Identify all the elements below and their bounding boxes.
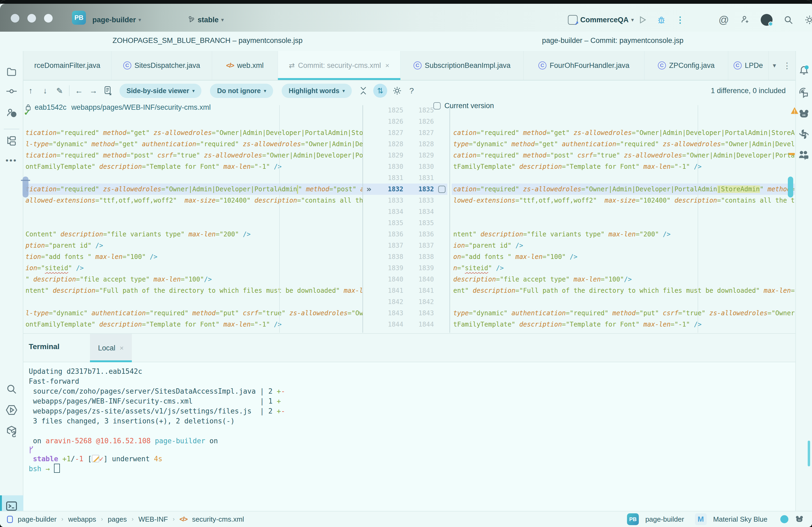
run-configuration-selector[interactable]: ↗ CommerceQA▾ [568,12,634,28]
rail-divider [4,129,19,129]
ai-assistant-icon[interactable]: @ [719,14,729,26]
status-dot[interactable] [780,515,788,523]
diff-gutter-line-1836: 18361836 [363,229,447,240]
pull-requests-icon[interactable]: ? [6,107,17,118]
diff-left-line-1825 [24,105,362,116]
branch-switcher[interactable]: stable▾ [188,12,224,28]
diff-gutter-line-1840: 18401840 [363,274,447,285]
code-review-people-icon[interactable] [798,149,810,161]
hidden-tabs-chevron-icon[interactable]: ▾ [773,62,776,69]
next-change-button[interactable]: ↓ [38,84,52,98]
diff-right-line-1835 [452,217,795,229]
tab-options-kebab-icon[interactable]: ⋮ [783,61,791,70]
search-tool-icon[interactable] [6,383,17,395]
close-window-button[interactable] [11,14,19,22]
terminal-line: Updating d2317b71..eab1542c [29,366,795,376]
tab-lpde[interactable]: CLPDe [728,51,768,80]
statusbar-theme[interactable]: Material Sky Blue [713,515,767,524]
terminal-line: webapps/pages/WEB-INF/security-cms.xml |… [29,396,795,406]
gorilla-plugin-icon[interactable] [798,108,810,120]
tab-subscriptionbeanimpl-java[interactable]: CSubscriptionBeanImpl.java [401,51,524,80]
breadcrumb-item-page-builder[interactable]: page-builder [18,515,57,524]
terminal-line: 3 files changed, 3 insertions(+), 2 dele… [29,416,795,426]
debug-button[interactable] [656,15,666,25]
terminal-scrollbar-thumb[interactable] [808,441,810,466]
gorilla-statusbar-icon[interactable] [795,515,804,524]
breadcrumb-separator: › [132,516,133,523]
python-packages-tool-icon[interactable] [5,425,18,437]
python-plugin-icon[interactable] [798,129,810,140]
highlight-policy-dropdown[interactable]: Highlight words▾ [282,84,352,98]
project-folder-icon[interactable] [6,66,17,77]
collapse-unchanged-icon[interactable] [356,84,371,98]
forward-button[interactable]: → [86,84,101,98]
zoom-window-button[interactable] [44,14,53,22]
more-tool-windows-icon[interactable]: ••• [6,156,17,165]
previous-change-button[interactable]: ↑ [23,84,38,98]
diff-left-line-1838: tion="add fonts " max-len="100" /> [24,251,362,262]
diff-right-line-1841: ent" description="Full path of the direc… [452,285,795,296]
services-tool-icon[interactable] [5,404,18,416]
help-button[interactable]: ? [404,84,419,98]
terminal-tab-local[interactable]: Local × [90,334,132,362]
tab-close-icon[interactable]: × [385,61,389,70]
diff-right-line-1827: cation="required" method="get" zs-allowe… [452,127,795,138]
diff-right-pane[interactable]: cation="required" method="get" zs-allowe… [452,105,795,330]
statusbar-project[interactable]: page-builder [645,515,684,524]
tab-zpconfig-java[interactable]: CZPConfig.java [644,51,728,80]
terminal-tool-icon[interactable] [5,500,18,512]
diff-settings-gear-icon[interactable] [390,84,404,98]
diff-gutter-line-1844: 18441844 [363,319,447,330]
live-share-chat-icon[interactable] [798,87,810,99]
viewer-mode-dropdown[interactable]: Side-by-side viewer▾ [119,84,201,98]
notifications-bell-icon[interactable] [798,64,810,76]
left-scroll-handle[interactable] [23,177,28,197]
window-controls[interactable] [11,14,53,22]
terminal-output[interactable]: Updating d2317b71..eab1542cFast-forward … [23,362,795,474]
tab-web-xml[interactable]: </>web.xml [212,51,278,80]
diff-left-line-1833: allowed-extensions="ttf,otf,woff,woff2" … [24,195,362,206]
jump-to-source-icon[interactable] [101,84,115,98]
edit-source-icon[interactable]: ✎ [52,84,67,98]
avatar[interactable] [761,14,772,26]
diff-right-line-1831 [452,172,795,183]
terminal-line: source/com/zoho/pages/server/SitesDataAc… [29,387,795,396]
include-change-checkbox[interactable] [438,186,446,193]
diff-gutter-line-1832: »18321832 [363,183,447,195]
run-button[interactable] [638,15,647,25]
ignore-policy-dropdown[interactable]: Do not ignore▾ [210,84,273,98]
tab-rcedomainfilter-java[interactable]: rceDomainFilter.java [23,51,112,80]
tab-sitesdispatcher-java[interactable]: CSitesDispatcher.java [112,51,212,80]
close-icon[interactable]: × [120,344,124,352]
breadcrumb-item-pages[interactable]: pages [108,515,127,524]
warning-stripe-icon[interactable] [791,107,799,114]
back-button[interactable]: ← [72,84,86,98]
diff-right-line-1833: lowed-extensions="ttf,otf,woff,woff2" ma… [452,195,795,206]
class-file-icon: C [538,61,547,70]
chevron-down-icon: ▾ [221,17,224,23]
change-stripe-mark[interactable] [789,153,795,155]
structure-tool-icon[interactable] [6,135,17,147]
diff-left-line-1827: tication="required" method="get" zs-allo… [24,127,362,138]
breadcrumb-item-webapps[interactable]: webapps [68,515,96,524]
terminal-title: Terminal [29,342,60,351]
search-everywhere-icon[interactable] [783,15,794,25]
commit-tool-icon[interactable] [6,86,17,97]
terminal-panel: Terminal Local × Updating d2317b71..eab1… [23,333,795,511]
more-actions-kebab-icon[interactable]: ⋮ [676,15,684,25]
code-with-me-icon[interactable] [740,15,750,25]
tab-fourohfourhandler-java[interactable]: CFourOhFourHandler.java [524,51,644,80]
tab-commit-security-cms-xml[interactable]: ⇄Commit: security-cms.xml× [278,51,401,80]
right-scroll-handle[interactable] [788,177,793,197]
diff-left-pane[interactable]: tication="required" method="get" zs-allo… [24,105,362,330]
diff-right-line-1829: cation="required" method="post" csrf="tr… [452,150,795,161]
xml-file-icon: </> [180,515,187,523]
minimize-window-button[interactable] [27,14,36,22]
settings-gear-icon[interactable] [804,15,812,25]
project-switcher[interactable]: page-builder▾ [92,12,141,28]
breadcrumb-item-security-cms-xml[interactable]: security-cms.xml [192,515,244,524]
synchronize-scrolling-icon[interactable]: ⇅ [373,84,387,98]
run-config-icon: ↗ [568,15,578,25]
current-change-arrow-icon: » [363,183,375,195]
breadcrumb-item-web-inf[interactable]: WEB-INF [138,515,168,524]
